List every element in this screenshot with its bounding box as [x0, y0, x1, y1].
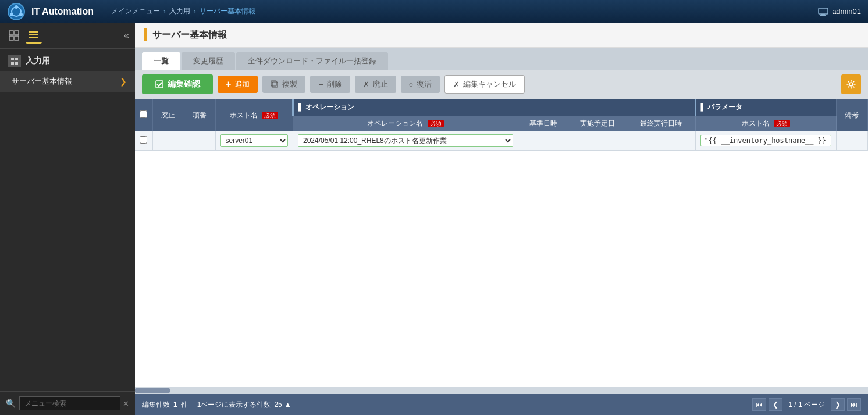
row-operation-cell: 2024/05/01 12:00_RHEL8のホスト名更新作業 [293, 131, 518, 151]
add-button[interactable]: + 追加 [218, 76, 258, 93]
first-page-button[interactable]: ⏮ [752, 398, 766, 411]
copy-icon [271, 80, 279, 88]
breadcrumb-sep1: › [163, 8, 166, 16]
param-hostname-input[interactable] [700, 135, 831, 146]
tab-bar: 一覧 変更履歴 全件ダウンロード・ファイル一括登録 [135, 48, 868, 70]
username: admin01 [832, 7, 861, 16]
toolbar: 編集確認 + 追加 複製 − 削除 ✗ 廃止 ○ 復活 [135, 70, 868, 99]
row-base-date-cell [518, 131, 568, 151]
svg-rect-14 [29, 37, 38, 38]
footer: 編集件数 1 件 1ページに表示する件数 25 ▲ ⏮ ❮ 1 / 1 ページ … [135, 394, 868, 415]
col-hostname-header: ホスト名 必須 [215, 99, 293, 131]
svg-rect-20 [272, 82, 278, 87]
svg-rect-9 [15, 31, 19, 35]
col-operation-section-header: ▌ オペレーション [293, 99, 696, 116]
hostname-select[interactable]: server01 [220, 134, 289, 147]
plus-icon: + [226, 79, 231, 90]
edit-count-value: 1 [173, 400, 177, 409]
monitor-icon [818, 8, 828, 16]
user-menu[interactable]: admin01 [818, 7, 861, 16]
prev-page-button[interactable]: ❮ [769, 398, 782, 411]
settings-button[interactable] [841, 74, 861, 94]
operation-select[interactable]: 2024/05/01 12:00_RHEL8のホスト名更新作業 [298, 134, 513, 147]
duplicate-button[interactable]: 複製 [262, 76, 305, 93]
cancel-x-icon: ✗ [453, 80, 460, 89]
sidebar-list-view[interactable] [26, 27, 42, 44]
table-header: 廃止 項番 ホスト名 必須 ▌ オペレーション ▌ パラメータ 備考 [135, 99, 868, 116]
cancel-edit-button[interactable]: ✗ 編集キャンセル [444, 75, 525, 94]
svg-point-22 [849, 83, 853, 86]
scrollbar-thumb[interactable] [135, 388, 170, 393]
page-header-accent [144, 28, 147, 41]
restore-button[interactable]: ○ 復活 [401, 76, 440, 93]
row-param-hostname-cell [695, 131, 836, 151]
svg-point-2 [15, 5, 18, 9]
row-hostname-cell: server01 [215, 131, 293, 151]
clear-search-icon[interactable]: ✕ [123, 399, 129, 408]
page-title: サーバー基本情報 [152, 29, 227, 41]
col-order-header: 項番 [184, 99, 215, 131]
select-all-checkbox[interactable] [140, 110, 147, 118]
svg-rect-15 [11, 58, 14, 60]
delete-button[interactable]: − 削除 [310, 76, 350, 93]
row-order-cell: — [184, 131, 215, 151]
page-header: サーバー基本情報 [135, 23, 868, 48]
confirm-edit-icon [155, 80, 164, 89]
hostname-required-badge: 必須 [262, 112, 278, 119]
tab-list[interactable]: 一覧 [142, 52, 180, 70]
col-checkbox [135, 99, 152, 131]
col-base-date-header: 基準日時 [518, 116, 568, 131]
col-remarks-header: 備考 [836, 99, 867, 131]
app-title: IT Automation [31, 6, 94, 17]
sidebar-collapse-button[interactable]: « [124, 30, 129, 41]
op-name-required-badge: 必須 [428, 120, 444, 127]
x-icon: ✗ [363, 80, 369, 89]
app-body: « 入力用 サーバー基本情報 ❯ 🔍 ✕ サーバー基本情報 一覧 変 [0, 23, 868, 415]
svg-point-4 [10, 13, 13, 16]
confirm-edit-button[interactable]: 編集確認 [142, 74, 213, 94]
table-body: — — server01 2024/05/01 12:00_RHEL8のホスト名… [135, 131, 868, 151]
breadcrumb-menu: メインメニュー [111, 6, 160, 16]
row-scheduled-date-cell [568, 131, 627, 151]
app-logo [7, 2, 26, 21]
table-row: — — server01 2024/05/01 12:00_RHEL8のホスト名… [135, 131, 868, 151]
search-input[interactable] [19, 396, 120, 410]
next-page-button[interactable]: ❯ [831, 398, 845, 411]
sidebar-grid-view[interactable] [6, 27, 22, 44]
svg-rect-19 [156, 81, 163, 88]
col-scheduled-date-header: 実施予定日 [568, 116, 627, 131]
col-parameter-section-header: ▌ パラメータ [695, 99, 836, 116]
svg-point-3 [19, 13, 23, 16]
sidebar-section-label: 入力用 [0, 49, 135, 71]
col-last-exec-header: 最終実行日時 [627, 116, 695, 131]
svg-rect-11 [15, 36, 19, 40]
sidebar-menu-icon [8, 55, 21, 67]
param-hostname-required-badge: 必須 [774, 120, 790, 127]
svg-rect-6 [821, 14, 825, 15]
app-header: IT Automation メインメニュー › 入力用 › サーバー基本情報 a… [0, 0, 868, 23]
breadcrumb-section: 入力用 [169, 6, 190, 16]
row-checkbox[interactable] [140, 136, 147, 144]
breadcrumb-sep2: › [194, 8, 196, 16]
breadcrumb-current: サーバー基本情報 [200, 6, 255, 16]
row-remarks-cell [836, 131, 867, 151]
sidebar-chevron-icon: ❯ [120, 77, 127, 86]
sidebar-item-server-basic[interactable]: サーバー基本情報 ❯ [0, 71, 135, 92]
sidebar-view-toggle [6, 27, 42, 44]
sidebar: « 入力用 サーバー基本情報 ❯ 🔍 ✕ [0, 23, 135, 415]
col-op-name-header: オペレーション名 必須 [293, 116, 518, 131]
svg-rect-12 [29, 31, 38, 33]
svg-rect-13 [29, 34, 38, 35]
tab-history[interactable]: 変更履歴 [182, 52, 235, 70]
col-deprecate-header: 廃止 [152, 99, 184, 131]
gear-icon [846, 80, 856, 89]
per-page-label: 1ページに表示する件数 [197, 400, 271, 410]
deprecate-button[interactable]: ✗ 廃止 [355, 76, 396, 93]
chevron-up-icon: ▲ [284, 400, 291, 409]
per-page-selector[interactable]: 25 ▲ [274, 400, 291, 409]
footer-per-page: 1ページに表示する件数 25 ▲ [197, 400, 291, 410]
tab-download[interactable]: 全件ダウンロード・ファイル一括登録 [236, 52, 388, 70]
last-page-button[interactable]: ⏭ [847, 398, 861, 411]
horizontal-scrollbar[interactable] [135, 387, 868, 394]
col-param-hostname-header: ホスト名 必須 [695, 116, 836, 131]
